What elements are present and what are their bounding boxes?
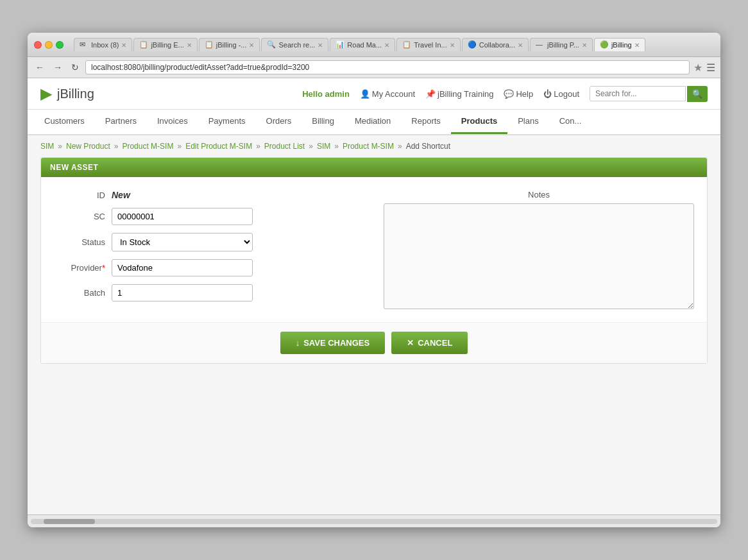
notes-textarea[interactable] xyxy=(384,203,694,309)
provider-row: Provider xyxy=(54,259,364,276)
refresh-button[interactable]: ↻ xyxy=(69,61,81,74)
tab-label: jBilling P... xyxy=(547,41,579,49)
training-label: jBilling Training xyxy=(438,89,493,99)
tab-label: Inbox (8) xyxy=(91,41,119,49)
provider-input[interactable] xyxy=(112,259,253,276)
tab-favicon: — xyxy=(536,40,545,49)
bookmark-icon[interactable]: ★ xyxy=(693,62,702,74)
logo-icon: ▶ xyxy=(40,85,52,103)
tab-label: jBilling E... xyxy=(151,41,183,49)
sc-label: SC xyxy=(54,212,105,221)
tab-favicon: 📋 xyxy=(139,40,148,49)
tab-jbilling-e[interactable]: 📋 jBilling E... ✕ xyxy=(133,38,197,51)
breadcrumb-sep: » xyxy=(309,142,313,151)
logo-area: ▶ jBilling xyxy=(40,85,94,103)
cancel-label: CANCEL xyxy=(418,338,452,348)
tab-close-icon[interactable]: ✕ xyxy=(634,42,640,49)
back-button[interactable]: ← xyxy=(33,61,47,74)
tab-gmail[interactable]: ✉ Inbox (8) ✕ xyxy=(74,38,132,51)
maximize-button[interactable] xyxy=(56,41,64,49)
close-button[interactable] xyxy=(34,41,42,49)
action-bar: ↓ SAVE CHANGES ✕ CANCEL xyxy=(41,322,707,363)
tab-close-icon[interactable]: ✕ xyxy=(582,42,587,49)
tab-jbilling-active[interactable]: 🟢 jBilling ✕ xyxy=(594,38,645,51)
breadcrumb-sim2[interactable]: SIM xyxy=(317,142,330,151)
tab-favicon: 🟢 xyxy=(600,40,609,49)
browser-tabs: ✉ Inbox (8) ✕ 📋 jBilling E... ✕ 📋 jBilli… xyxy=(74,38,714,51)
tab-road[interactable]: 📊 Road Ma... ✕ xyxy=(330,38,395,51)
breadcrumb-sep: » xyxy=(334,142,339,151)
account-label: My Account xyxy=(372,89,415,99)
tab-label: jBilling -... xyxy=(216,41,247,49)
nav-payments[interactable]: Payments xyxy=(198,110,256,134)
header-nav: Hello admin 👤 My Account 📌 jBilling Trai… xyxy=(302,86,708,102)
traffic-lights xyxy=(34,41,64,49)
tab-favicon: 🔍 xyxy=(267,40,276,49)
section-title: NEW ASSET xyxy=(50,163,98,172)
training-link[interactable]: 📌 jBilling Training xyxy=(425,89,493,99)
cancel-icon: ✕ xyxy=(407,338,414,348)
forward-button[interactable]: → xyxy=(51,61,65,74)
form-right: Notes xyxy=(384,190,694,309)
tab-close-icon[interactable]: ✕ xyxy=(249,42,254,49)
breadcrumb-sep: » xyxy=(256,142,260,151)
nav-products[interactable]: Products xyxy=(451,110,507,134)
breadcrumb-new-product[interactable]: New Product xyxy=(66,142,110,151)
nav-partners[interactable]: Partners xyxy=(95,110,147,134)
search-input[interactable] xyxy=(590,86,686,101)
scrollbar-thumb[interactable] xyxy=(44,519,95,524)
breadcrumb-sim[interactable]: SIM xyxy=(40,142,54,151)
scrollbar-track[interactable] xyxy=(31,519,717,524)
breadcrumb-sep: » xyxy=(114,142,119,151)
logo-text: jBilling xyxy=(57,87,94,101)
breadcrumb-sep: » xyxy=(58,142,62,151)
notes-label: Notes xyxy=(384,190,694,199)
tab-travel[interactable]: 📋 Travel In... ✕ xyxy=(396,38,461,51)
address-bar: ← → ↻ ★ ☰ xyxy=(28,57,720,78)
tab-close-icon[interactable]: ✕ xyxy=(318,42,323,49)
breadcrumb-edit-product[interactable]: Edit Product M-SIM xyxy=(185,142,252,151)
tab-close-icon[interactable]: ✕ xyxy=(518,42,523,49)
logout-icon: ⏻ xyxy=(543,89,552,99)
sc-input[interactable] xyxy=(112,208,253,225)
nav-orders[interactable]: Orders xyxy=(256,110,302,134)
save-button[interactable]: ↓ SAVE CHANGES xyxy=(280,332,386,354)
browser-window: ✉ Inbox (8) ✕ 📋 jBilling E... ✕ 📋 jBilli… xyxy=(28,33,720,527)
status-row: Status In Stock Out of Stock Reserved xyxy=(54,233,364,251)
section-header: NEW ASSET xyxy=(41,158,707,177)
nav-reports[interactable]: Reports xyxy=(401,110,451,134)
help-link[interactable]: 💬 Help xyxy=(504,89,533,99)
nav-con[interactable]: Con... xyxy=(549,110,592,134)
logout-link[interactable]: ⏻ Logout xyxy=(543,89,579,99)
tab-search[interactable]: 🔍 Search re... ✕ xyxy=(261,38,328,51)
tab-collab[interactable]: 🔵 Collabora... ✕ xyxy=(462,38,529,51)
search-button[interactable]: 🔍 xyxy=(687,86,708,102)
breadcrumb-product-msim2[interactable]: Product M-SIM xyxy=(343,142,394,151)
browser-menu-icon[interactable]: ☰ xyxy=(706,62,715,74)
nav-customers[interactable]: Customers xyxy=(34,110,95,134)
breadcrumb-product-msim[interactable]: Product M-SIM xyxy=(122,142,173,151)
save-icon: ↓ xyxy=(296,338,300,348)
tab-close-icon[interactable]: ✕ xyxy=(121,42,126,49)
tab-close-icon[interactable]: ✕ xyxy=(187,42,192,49)
breadcrumb-product-list[interactable]: Product List xyxy=(264,142,305,151)
breadcrumb: SIM » New Product » Product M-SIM » Edit… xyxy=(28,135,720,157)
my-account-link[interactable]: 👤 My Account xyxy=(360,89,415,99)
tab-jbilling-dash[interactable]: 📋 jBilling -... ✕ xyxy=(199,38,260,51)
app-content: ▶ jBilling Hello admin 👤 My Account 📌 jB… xyxy=(28,78,720,514)
sc-row: SC xyxy=(54,208,364,225)
minimize-button[interactable] xyxy=(45,41,53,49)
nav-invoices[interactable]: Invoices xyxy=(147,110,198,134)
form-left: ID New SC Status In Stock Out of Stock R… xyxy=(54,190,364,309)
address-input[interactable] xyxy=(85,60,690,74)
tab-jbilling-p[interactable]: — jBilling P... ✕ xyxy=(530,38,593,51)
cancel-button[interactable]: ✕ CANCEL xyxy=(391,332,468,354)
batch-input[interactable] xyxy=(112,284,253,301)
search-area: 🔍 xyxy=(590,86,708,102)
nav-plans[interactable]: Plans xyxy=(507,110,549,134)
tab-close-icon[interactable]: ✕ xyxy=(384,42,389,49)
nav-mediation[interactable]: Mediation xyxy=(344,110,401,134)
tab-close-icon[interactable]: ✕ xyxy=(450,42,455,49)
status-select[interactable]: In Stock Out of Stock Reserved xyxy=(112,233,253,251)
nav-billing[interactable]: Billing xyxy=(302,110,344,134)
